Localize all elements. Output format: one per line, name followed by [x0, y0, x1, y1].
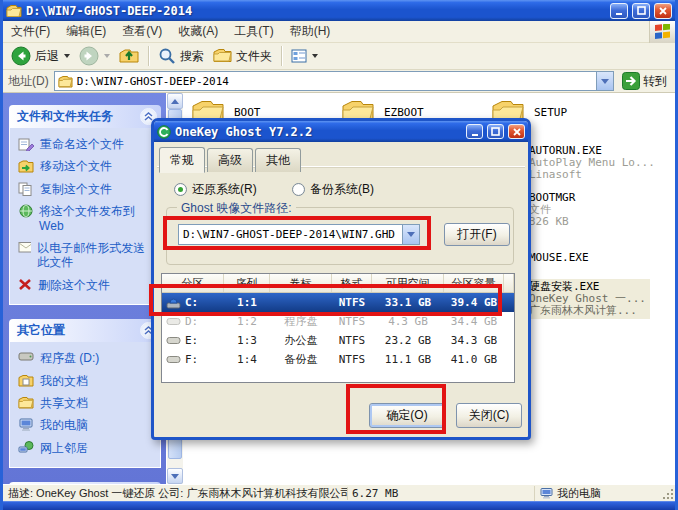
chevron-down-icon: [171, 474, 179, 479]
forward-dropdown-icon[interactable]: [104, 54, 110, 58]
ghost-path-label: Ghost 映像文件路径:: [177, 200, 296, 217]
file-tasks-header[interactable]: 文件和文件夹任务: [9, 105, 161, 128]
my-documents-icon: [18, 374, 34, 387]
tab-advanced[interactable]: 高级: [207, 148, 253, 172]
window-title: D:\WIN7-GHOST-DEEP-2014: [26, 4, 606, 18]
menu-view[interactable]: 查看(V): [114, 23, 170, 40]
go-button[interactable]: 转到: [619, 72, 670, 90]
windows-logo: [649, 21, 675, 43]
shared-documents-icon: [18, 396, 34, 409]
partition-row-d[interactable]: D: 1:2 程序盘 NTFS 4.3 GB 34.4 GB: [162, 312, 514, 331]
menu-favorites[interactable]: 收藏(A): [170, 23, 226, 40]
window-bottom-border: [3, 501, 675, 510]
my-documents-link[interactable]: 我的文档: [18, 374, 156, 388]
backup-system-radio[interactable]: 备份系统(B): [292, 181, 374, 198]
open-button[interactable]: 打开(F): [444, 223, 510, 246]
explorer-window: D:\WIN7-GHOST-DEEP-2014 文件(F) 编辑(E) 查看(V…: [0, 0, 678, 510]
file-tasks-body: 重命名这个文件 移动这个文件 复制这个文件 将这个文件发布到 Web: [9, 128, 161, 305]
back-icon: [11, 46, 31, 66]
up-button[interactable]: [115, 45, 143, 67]
onekey-ghost-dialog: OneKey Ghost Y7.2.2 常规 高级 其他 还原系统(R) 备份系…: [151, 118, 531, 440]
copy-icon: [18, 182, 34, 196]
status-description: 描述: OneKey Ghost 一键还原 公司: 广东雨林木风计算机科技有限公…: [3, 486, 347, 501]
back-label: 后退: [35, 48, 59, 65]
my-computer-icon: [540, 488, 553, 499]
partition-row-c[interactable]: C: 1:1 NTFS 33.1 GB 39.4 GB: [162, 293, 514, 312]
views-dropdown-icon[interactable]: [312, 54, 318, 58]
other-places-header[interactable]: 其它位置: [9, 319, 161, 342]
close-dialog-button[interactable]: 关闭(C): [456, 403, 522, 428]
address-dropdown-button[interactable]: [596, 72, 613, 90]
dialog-title-bar: OneKey Ghost Y7.2.2: [154, 121, 528, 142]
menu-bar: 文件(F) 编辑(E) 查看(V) 收藏(A) 工具(T) 帮助(H): [3, 21, 675, 43]
menu-edit[interactable]: 编辑(E): [58, 23, 114, 40]
up-folder-icon: [119, 47, 139, 65]
address-input[interactable]: D:\WIN7-GHOST-DEEP-2014: [54, 71, 614, 91]
other-places-panel: 其它位置 程序盘 (D:) 我的文档 共享文档: [9, 319, 161, 468]
drive-small-icon: [166, 336, 181, 345]
copy-file-link[interactable]: 复制这个文件: [18, 182, 156, 196]
folders-button[interactable]: 文件夹: [209, 46, 276, 67]
menu-help[interactable]: 帮助(H): [282, 23, 339, 40]
file-item-mouse[interactable]: MOUSE.EXE: [529, 252, 589, 264]
delete-file-link[interactable]: 删除这个文件: [18, 278, 156, 292]
back-dropdown-icon[interactable]: [64, 54, 70, 58]
dialog-maximize-button[interactable]: [487, 124, 504, 139]
partition-row-f[interactable]: F: 1:4 备份盘 NTFS 11.1 GB 41.0 GB: [162, 350, 514, 369]
file-item-bootmgr[interactable]: BOOTMGR 文件 326 KB: [529, 192, 575, 228]
restore-system-radio[interactable]: 还原系统(R): [174, 181, 257, 198]
file-tasks-panel: 文件和文件夹任务 重命名这个文件 移动这个文件 复制这个文件: [9, 105, 161, 305]
ghost-path-combo[interactable]: D:\WIN7-GHOST-DEEP-2014\WIN7.GHD: [178, 224, 420, 245]
toolbar: 后退 搜索 文件夹: [3, 43, 675, 70]
shared-documents-link[interactable]: 共享文档: [18, 396, 156, 410]
partition-row-e[interactable]: E: 1:3 办公盘 NTFS 23.2 GB 34.3 GB: [162, 331, 514, 350]
radio-selected-icon[interactable]: [174, 183, 187, 196]
chevron-up-icon: [171, 99, 179, 104]
partition-table-header[interactable]: 分区 序列 卷标 格式 可用空间 分区容量: [162, 274, 514, 293]
drive-ghost-icon: [166, 297, 181, 309]
dialog-minimize-button[interactable]: [466, 124, 483, 139]
forward-icon: [79, 46, 99, 66]
search-button[interactable]: 搜索: [154, 45, 208, 67]
network-places-link[interactable]: 网上邻居: [18, 441, 156, 455]
scroll-down-button[interactable]: [167, 468, 183, 484]
ghost-path-dropdown-button[interactable]: [402, 225, 419, 244]
resize-grip[interactable]: [662, 485, 675, 501]
title-bar: D:\WIN7-GHOST-DEEP-2014: [3, 0, 675, 21]
move-file-link[interactable]: 移动这个文件: [18, 159, 156, 173]
ok-button[interactable]: 确定(O): [369, 403, 445, 428]
scroll-up-button[interactable]: [167, 93, 183, 109]
drive-icon: [18, 351, 34, 362]
menu-file[interactable]: 文件(F): [3, 23, 58, 40]
folders-label: 文件夹: [236, 48, 272, 65]
other-places-title: 其它位置: [17, 322, 65, 339]
file-item-autorun[interactable]: AUTORUN.EXE AutoPlay Menu Lo... Linasoft: [529, 145, 655, 181]
views-button[interactable]: [287, 47, 322, 65]
close-button[interactable]: [654, 3, 672, 19]
publish-web-link[interactable]: 将这个文件发布到 Web: [18, 204, 156, 233]
chevron-down-icon: [601, 79, 609, 84]
maximize-button[interactable]: [632, 3, 650, 19]
rename-file-link[interactable]: 重命名这个文件: [18, 137, 156, 151]
minimize-button[interactable]: [610, 3, 628, 19]
file-item-yingpan-selected[interactable]: 硬盘安装.EXE OneKey Ghost 一... 广东雨林木风计算...: [525, 279, 650, 319]
go-icon: [622, 72, 640, 90]
dialog-close-button[interactable]: [508, 124, 525, 139]
back-button[interactable]: 后退: [7, 44, 74, 68]
go-label: 转到: [643, 73, 667, 90]
folder-icon: [58, 75, 73, 88]
chevron-down-icon: [407, 232, 415, 237]
email-file-link[interactable]: 以电子邮件形式发送此文件: [18, 241, 156, 270]
drive-d-link[interactable]: 程序盘 (D:): [18, 351, 156, 365]
my-computer-link[interactable]: 我的电脑: [18, 418, 156, 432]
rename-icon: [18, 137, 34, 151]
radio-unselected-icon[interactable]: [292, 183, 305, 196]
status-filesize: 6.27 MB: [347, 487, 405, 500]
tab-general[interactable]: 常规: [159, 147, 205, 173]
details-header[interactable]: 详细信息: [9, 482, 161, 484]
tab-other[interactable]: 其他: [255, 148, 301, 172]
dialog-tabs: 常规 高级 其他: [159, 146, 303, 172]
menu-tools[interactable]: 工具(T): [226, 23, 281, 40]
status-zone: 我的电脑: [534, 486, 662, 501]
forward-button[interactable]: [75, 44, 114, 68]
